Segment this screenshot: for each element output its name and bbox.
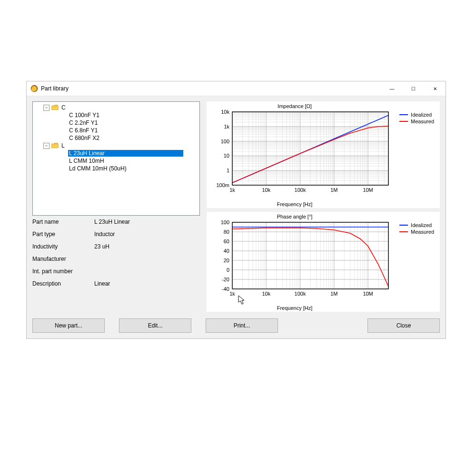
details-label: Int. part number <box>32 268 94 275</box>
tree-item-label: C 2.2nF Y1 <box>68 119 99 126</box>
details-label: Part type <box>32 231 94 238</box>
details-row: Manufacturer <box>32 253 199 265</box>
tree-item[interactable]: C 100nF Y1 <box>33 111 199 119</box>
legend-item: Measured <box>399 229 434 235</box>
details-row: Int. part number <box>32 265 199 278</box>
expander-icon[interactable]: − <box>43 105 50 111</box>
legend-label: Measured <box>411 229 434 235</box>
details-label: Manufacturer <box>32 256 94 262</box>
window-maximize-button[interactable]: ☐ <box>403 81 424 96</box>
svg-text:20: 20 <box>224 258 229 263</box>
svg-text:0: 0 <box>227 267 229 273</box>
details-value: Linear <box>94 280 199 287</box>
folder-icon <box>51 143 59 149</box>
new-part-button[interactable]: New part... <box>32 318 105 333</box>
chart-xlabel: Frequency [Hz] <box>207 305 383 311</box>
impedance-plot: 1k10k100k1M10M100m1101001k10k <box>210 109 391 200</box>
client-area: −CC 100nF Y1C 2.2nF Y1C 6.8nF Y1C 680nF … <box>27 96 446 338</box>
svg-text:10M: 10M <box>363 187 373 193</box>
legend-label: Idealized <box>411 222 432 228</box>
chart-legend: IdealizedMeasured <box>399 222 434 236</box>
svg-text:1M: 1M <box>330 187 337 193</box>
tree-item-label: Ld CMM 10mH (50uH) <box>68 165 128 172</box>
tree-item[interactable]: Ld CMM 10mH (50uH) <box>33 165 199 172</box>
tree-item[interactable]: C 680nF X2 <box>33 134 199 142</box>
legend-label: Measured <box>411 119 434 124</box>
edit-button[interactable]: Edit... <box>119 318 191 333</box>
details-row: DescriptionLinear <box>32 278 199 290</box>
tree-item-label: C 100nF Y1 <box>68 112 100 119</box>
svg-text:1: 1 <box>227 168 229 173</box>
tree-folder-label: L <box>60 142 66 149</box>
chart-legend: IdealizedMeasured <box>399 112 434 125</box>
legend-swatch <box>399 114 408 115</box>
part-details: Part nameL 23uH LinearPart typeInductorI… <box>32 216 199 290</box>
chart-title: Impedance [Ω] <box>207 103 383 109</box>
phase-chart: Phase angle [°] 1k10k100k1M10M-40-200204… <box>207 212 440 312</box>
chart-xlabel: Frequency [Hz] <box>207 201 383 207</box>
close-button[interactable]: Close <box>367 318 440 333</box>
svg-text:1k: 1k <box>229 291 235 297</box>
button-bar: New part... Edit... Print... Close <box>32 318 440 333</box>
tree-item-label: L 23uH Linear <box>68 150 183 157</box>
window-close-button[interactable]: ✕ <box>424 81 446 96</box>
details-row: Part nameL 23uH Linear <box>32 216 199 228</box>
svg-text:40: 40 <box>224 248 229 254</box>
svg-text:10M: 10M <box>363 291 373 297</box>
details-value: 23 uH <box>94 243 199 250</box>
legend-swatch <box>399 231 408 232</box>
expander-icon[interactable]: − <box>43 143 50 149</box>
tree-folder-label: C <box>60 104 67 111</box>
details-label: Description <box>32 280 94 287</box>
tree-folder[interactable]: −C <box>33 104 199 111</box>
window-minimize-button[interactable]: — <box>381 81 403 96</box>
folder-icon <box>51 105 59 110</box>
app-icon <box>30 85 38 92</box>
tree-item[interactable]: L 23uH Linear <box>33 149 199 157</box>
svg-text:80: 80 <box>224 229 229 235</box>
tree-folder[interactable]: −L <box>33 142 199 149</box>
svg-text:100: 100 <box>221 139 229 144</box>
svg-point-0 <box>31 85 38 92</box>
tree-item-label: C 680nF X2 <box>68 135 100 141</box>
svg-text:10k: 10k <box>262 291 270 297</box>
window-title: Part library <box>41 85 69 92</box>
svg-text:-40: -40 <box>222 286 229 292</box>
svg-text:100: 100 <box>221 219 229 225</box>
tree-item[interactable]: C 6.8nF Y1 <box>33 127 199 134</box>
part-library-window: Part library — ☐ ✕ −CC 100nF Y1C 2.2nF Y… <box>26 81 446 339</box>
details-row: Part typeInductor <box>32 228 199 240</box>
svg-text:100m: 100m <box>216 182 229 188</box>
tree-item-label: C 6.8nF Y1 <box>68 127 99 134</box>
legend-item: Idealized <box>399 112 434 118</box>
svg-text:100k: 100k <box>295 291 306 297</box>
legend-item: Measured <box>399 119 434 124</box>
svg-text:10k: 10k <box>221 109 229 115</box>
svg-text:1k: 1k <box>224 124 229 129</box>
svg-text:10: 10 <box>224 153 229 159</box>
details-value: L 23uH Linear <box>94 218 199 225</box>
impedance-chart: Impedance [Ω] 1k10k100k1M10M100m1101001k… <box>207 101 440 208</box>
print-button[interactable]: Print... <box>206 318 278 333</box>
svg-text:10k: 10k <box>262 187 270 193</box>
svg-text:60: 60 <box>224 238 229 244</box>
svg-text:-20: -20 <box>222 277 229 282</box>
svg-text:1M: 1M <box>330 291 337 297</box>
legend-swatch <box>399 121 408 122</box>
legend-item: Idealized <box>399 222 434 228</box>
svg-text:100k: 100k <box>295 187 306 193</box>
tree-item[interactable]: L CMM 10mH <box>33 157 199 165</box>
details-row: Inductivity23 uH <box>32 240 199 253</box>
legend-swatch <box>399 225 408 226</box>
phase-plot: 1k10k100k1M10M-40-20020406080100 <box>210 219 391 304</box>
details-value: Inductor <box>94 231 199 238</box>
tree-item-label: L CMM 10mH <box>68 158 105 164</box>
parts-tree[interactable]: −CC 100nF Y1C 2.2nF Y1C 6.8nF Y1C 680nF … <box>32 101 200 216</box>
svg-text:1k: 1k <box>229 187 235 193</box>
details-label: Inductivity <box>32 243 94 250</box>
details-label: Part name <box>32 218 94 225</box>
tree-item[interactable]: C 2.2nF Y1 <box>33 119 199 127</box>
chart-title: Phase angle [°] <box>207 214 383 219</box>
legend-label: Idealized <box>411 112 432 118</box>
titlebar[interactable]: Part library — ☐ ✕ <box>27 81 446 96</box>
